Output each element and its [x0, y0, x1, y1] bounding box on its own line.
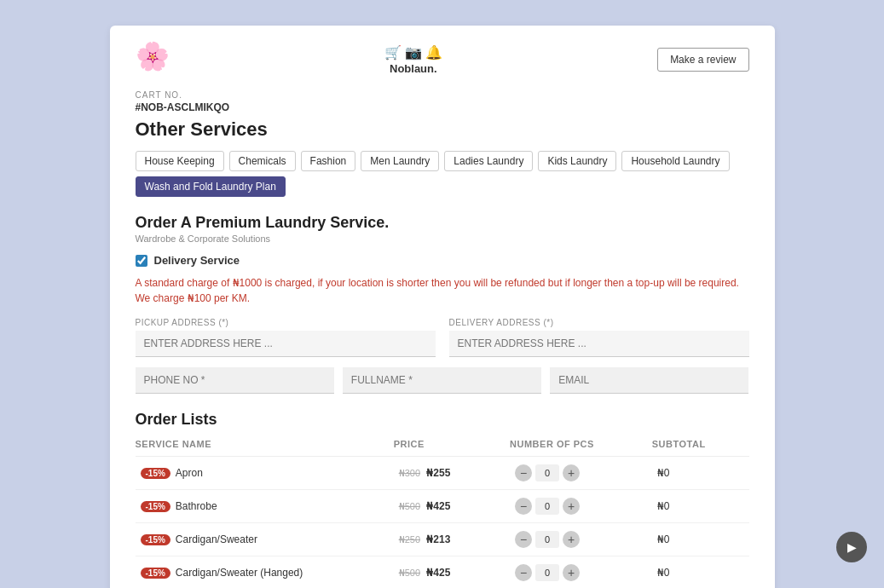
- service-name: -15%Cardigan/Sweater: [136, 523, 394, 556]
- tab-housekeeping[interactable]: House Keeping: [136, 151, 224, 171]
- header-center: 🛒 📷 🔔 Noblaun.: [384, 44, 442, 75]
- qty-control: − 0 +: [515, 498, 647, 515]
- service-name: -15%Bathrobe: [136, 490, 394, 523]
- qty-value: 0: [535, 464, 559, 481]
- pickup-label: PICKUP ADDRESS (*): [136, 318, 436, 327]
- brand-name: Noblaun.: [390, 62, 437, 75]
- service-name: -15%Apron: [136, 457, 394, 490]
- delivery-notice: A standard charge of ₦1000 is charged, i…: [136, 275, 749, 306]
- tab-household-laundry[interactable]: Household Laundry: [621, 151, 729, 171]
- qty-increase-button[interactable]: +: [563, 564, 580, 581]
- col-qty: NUMBER OF PCS: [510, 439, 652, 457]
- scroll-button[interactable]: ▶: [836, 532, 867, 562]
- qty-control: − 0 +: [515, 564, 647, 581]
- service-name: -15%Cardigan/Sweater (Hanged): [136, 556, 394, 589]
- main-card: 🌸 🛒 📷 🔔 Noblaun. Make a review CART NO. …: [110, 26, 775, 588]
- phone-input[interactable]: [136, 367, 334, 394]
- qty-cell: − 0 +: [510, 457, 652, 490]
- qty-decrease-button[interactable]: −: [515, 531, 532, 548]
- tab-ladies-laundry[interactable]: Ladies Laundry: [444, 151, 533, 171]
- qty-cell: − 0 +: [510, 490, 652, 523]
- discount-badge: -15%: [141, 468, 170, 479]
- email-input[interactable]: [550, 367, 748, 394]
- order-section-subtitle: Wardrobe & Corporate Solutions: [136, 233, 749, 244]
- discount-badge: -15%: [141, 568, 170, 579]
- qty-decrease-button[interactable]: −: [515, 564, 532, 581]
- qty-increase-button[interactable]: +: [563, 498, 580, 515]
- table-row: -15%Bathrobe ₦500 ₦425 − 0 + ₦0: [136, 490, 749, 523]
- logo: 🌸: [136, 43, 170, 77]
- table-row: -15%Cardigan/Sweater ₦250 ₦213 − 0 + ₦0: [136, 523, 749, 556]
- qty-value: 0: [535, 498, 559, 515]
- pickup-input[interactable]: [136, 331, 436, 357]
- camera-icon: 📷: [405, 44, 422, 61]
- tabs-container: House Keeping Chemicals Fashion Men Laun…: [136, 151, 749, 197]
- pickup-col: PICKUP ADDRESS (*): [136, 318, 436, 357]
- address-row: PICKUP ADDRESS (*) DELIVERY ADDRESS (*): [136, 318, 749, 357]
- price-cell: ₦500 ₦425: [394, 556, 510, 589]
- cart-label: CART NO.: [136, 90, 749, 100]
- qty-increase-button[interactable]: +: [563, 464, 580, 481]
- contact-row: [136, 367, 749, 394]
- new-price: ₦425: [426, 500, 450, 512]
- qty-cell: − 0 +: [510, 523, 652, 556]
- new-price: ₦213: [426, 533, 450, 545]
- old-price: ₦500: [399, 568, 420, 578]
- fullname-input[interactable]: [343, 367, 541, 394]
- price-cell: ₦500 ₦425: [394, 490, 510, 523]
- order-section-title: Order A Premium Laundry Service.: [136, 214, 749, 232]
- tab-wash-fold[interactable]: Wash and Fold Laundry Plan: [136, 176, 286, 197]
- cart-icon: 🛒: [384, 44, 402, 61]
- table-row: -15%Cardigan/Sweater (Hanged) ₦500 ₦425 …: [136, 556, 749, 589]
- delivery-col: DELIVERY ADDRESS (*): [449, 318, 749, 357]
- subtotal-cell: ₦0: [652, 457, 749, 490]
- order-table: SERVICE NAME PRICE NUMBER OF PCS SUBTOTA…: [136, 439, 749, 588]
- header-icons: 🛒 📷 🔔: [384, 44, 442, 61]
- qty-decrease-button[interactable]: −: [515, 498, 532, 515]
- delivery-checkbox[interactable]: [136, 255, 147, 267]
- discount-badge: -15%: [141, 501, 170, 512]
- old-price: ₦300: [399, 468, 420, 478]
- page-title: Other Services: [136, 118, 749, 141]
- table-row: -15%Apron ₦300 ₦255 − 0 + ₦0: [136, 457, 749, 490]
- qty-decrease-button[interactable]: −: [515, 464, 532, 481]
- discount-badge: -15%: [141, 534, 170, 545]
- header: 🌸 🛒 📷 🔔 Noblaun. Make a review: [136, 43, 749, 77]
- col-service: SERVICE NAME: [136, 439, 394, 457]
- new-price: ₦255: [426, 467, 450, 479]
- delivery-input[interactable]: [449, 331, 749, 357]
- qty-value: 0: [535, 564, 559, 581]
- tab-men-laundry[interactable]: Men Laundry: [361, 151, 439, 171]
- subtotal-cell: ₦0: [652, 556, 749, 589]
- qty-increase-button[interactable]: +: [563, 531, 580, 548]
- new-price: ₦425: [426, 567, 450, 579]
- price-cell: ₦300 ₦255: [394, 457, 510, 490]
- order-list-title: Order Lists: [136, 411, 749, 429]
- bell-icon: 🔔: [425, 44, 442, 61]
- delivery-row: Delivery Service: [136, 254, 749, 267]
- logo-icon: 🌸: [136, 41, 170, 72]
- old-price: ₦500: [399, 501, 420, 511]
- col-subtotal: SUBTOTAL: [652, 439, 749, 457]
- qty-control: − 0 +: [515, 531, 647, 548]
- col-price: PRICE: [394, 439, 510, 457]
- delivery-addr-label: DELIVERY ADDRESS (*): [449, 318, 749, 327]
- price-cell: ₦250 ₦213: [394, 523, 510, 556]
- qty-control: − 0 +: [515, 464, 647, 481]
- subtotal-cell: ₦0: [652, 490, 749, 523]
- delivery-label: Delivery Service: [154, 254, 240, 267]
- old-price: ₦250: [399, 534, 420, 545]
- cart-number: #NOB-ASCLMIKQO: [136, 101, 749, 113]
- qty-value: 0: [535, 531, 559, 548]
- subtotal-cell: ₦0: [652, 523, 749, 556]
- tab-chemicals[interactable]: Chemicals: [229, 151, 296, 171]
- tab-kids-laundry[interactable]: Kids Laundry: [538, 151, 616, 171]
- qty-cell: − 0 +: [510, 556, 652, 589]
- make-review-button[interactable]: Make a review: [657, 48, 748, 72]
- tab-fashion[interactable]: Fashion: [301, 151, 356, 171]
